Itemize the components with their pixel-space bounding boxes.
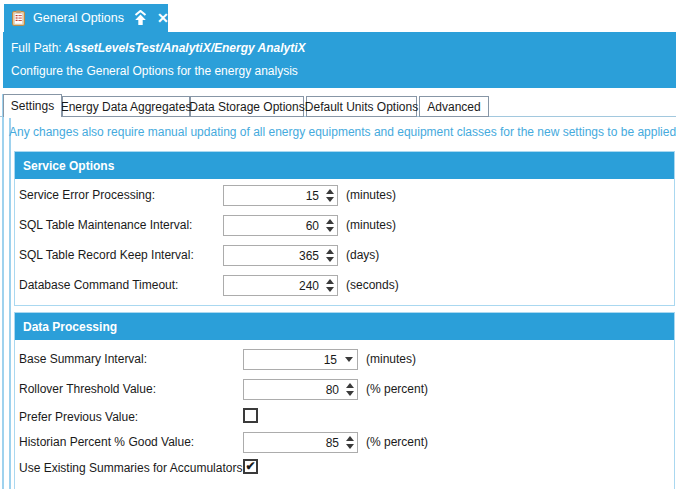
header-banner: Full Path: AssetLevelsTest/AnalytiX/Ener… bbox=[3, 32, 676, 88]
tab-settings[interactable]: Settings bbox=[3, 94, 62, 117]
sql-table-record-keep-interval-input[interactable] bbox=[223, 245, 338, 266]
clipboard-icon bbox=[12, 10, 25, 26]
spinner-down-icon[interactable] bbox=[326, 287, 334, 292]
tab-energy-data-aggregates[interactable]: Energy Data Aggregates bbox=[62, 96, 190, 117]
sql-table-record-keep-interval-value[interactable] bbox=[224, 246, 323, 265]
screen-description: Configure the General Options for the en… bbox=[11, 64, 676, 78]
use-existing-summaries-label: Use Existing Summaries for Accumulators: bbox=[19, 461, 246, 475]
rollover-threshold-value[interactable] bbox=[244, 380, 343, 399]
spinner-up-icon[interactable] bbox=[346, 383, 354, 388]
service-options-group: Service Options Service Error Processing… bbox=[14, 151, 675, 306]
spinner-down-icon[interactable] bbox=[326, 197, 334, 202]
historian-percent-good-value-input[interactable] bbox=[243, 432, 358, 453]
general-options-screen: General Options ✕ Full Path: AssetLevels… bbox=[0, 0, 676, 489]
base-summary-interval-dropdown[interactable] bbox=[243, 349, 358, 370]
left-rail-inner bbox=[9, 118, 11, 489]
unit-label: (seconds) bbox=[346, 275, 399, 296]
full-path-line: Full Path: AssetLevelsTest/AnalytiX/Ener… bbox=[11, 41, 676, 55]
settings-warning-text: Any changes also require manual updating… bbox=[9, 125, 676, 139]
spinner-up-icon[interactable] bbox=[326, 189, 334, 194]
tab-advanced[interactable]: Advanced bbox=[419, 96, 489, 117]
close-icon[interactable]: ✕ bbox=[157, 11, 169, 25]
data-processing-header: Data Processing bbox=[15, 313, 674, 340]
service-error-processing-value[interactable] bbox=[224, 186, 323, 205]
spinner-icon[interactable] bbox=[343, 433, 357, 452]
database-command-timeout-input[interactable] bbox=[223, 275, 338, 296]
spinner-down-icon[interactable] bbox=[346, 444, 354, 449]
unit-label: (days) bbox=[346, 245, 379, 266]
spinner-up-icon[interactable] bbox=[326, 219, 334, 224]
spinner-up-icon[interactable] bbox=[346, 436, 354, 441]
spinner-icon[interactable] bbox=[343, 380, 357, 399]
unit-label: (minutes) bbox=[366, 349, 416, 370]
unit-label: (% percent) bbox=[366, 432, 428, 453]
service-error-processing-label: Service Error Processing: bbox=[19, 185, 155, 206]
chevron-down-icon[interactable] bbox=[341, 350, 357, 369]
spinner-up-icon[interactable] bbox=[326, 249, 334, 254]
spinner-down-icon[interactable] bbox=[346, 391, 354, 396]
data-processing-group: Data Processing Base Summary Interval: (… bbox=[14, 312, 675, 489]
promote-up-icon[interactable] bbox=[132, 10, 149, 26]
sql-table-maintenance-interval-label: SQL Table Maintenance Interval: bbox=[19, 215, 192, 236]
sql-table-maintenance-interval-input[interactable] bbox=[223, 215, 338, 236]
spinner-icon[interactable] bbox=[323, 276, 337, 295]
sql-table-record-keep-interval-label: SQL Table Record Keep Interval: bbox=[19, 245, 194, 266]
unit-label: (% percent) bbox=[366, 379, 428, 400]
historian-percent-good-value-label: Historian Percent % Good Value: bbox=[19, 432, 194, 453]
use-existing-summaries-checkbox[interactable]: ✔ bbox=[243, 459, 258, 474]
base-summary-interval-value[interactable] bbox=[244, 350, 341, 369]
database-command-timeout-label: Database Command Timeout: bbox=[19, 275, 178, 296]
service-options-header: Service Options bbox=[15, 152, 674, 179]
database-command-timeout-value[interactable] bbox=[224, 276, 323, 295]
spinner-up-icon[interactable] bbox=[326, 279, 334, 284]
document-tab-title: General Options bbox=[33, 11, 124, 25]
prefer-previous-value-checkbox[interactable]: ✔ bbox=[243, 408, 258, 423]
left-rail-outer bbox=[2, 94, 4, 489]
service-error-processing-input[interactable] bbox=[223, 185, 338, 206]
spinner-icon[interactable] bbox=[323, 216, 337, 235]
prefer-previous-value-label: Prefer Previous Value: bbox=[19, 410, 138, 424]
unit-label: (minutes) bbox=[346, 215, 396, 236]
tab-default-units-options[interactable]: Default Units Options bbox=[306, 96, 417, 117]
tab-data-storage-options[interactable]: Data Storage Options bbox=[190, 96, 304, 117]
spinner-down-icon[interactable] bbox=[326, 257, 334, 262]
base-summary-interval-label: Base Summary Interval: bbox=[19, 349, 147, 370]
sql-table-maintenance-interval-value[interactable] bbox=[224, 216, 323, 235]
spinner-icon[interactable] bbox=[323, 246, 337, 265]
full-path-value: AssetLevelsTest/AnalytiX/Energy AnalytiX bbox=[65, 41, 306, 55]
document-tab-general-options[interactable]: General Options ✕ bbox=[4, 4, 168, 32]
historian-percent-good-value[interactable] bbox=[244, 433, 343, 452]
spinner-down-icon[interactable] bbox=[326, 227, 334, 232]
full-path-label: Full Path: bbox=[11, 41, 62, 55]
unit-label: (minutes) bbox=[346, 185, 396, 206]
check-icon: ✔ bbox=[245, 460, 255, 472]
rollover-threshold-value-label: Rollover Threshold Value: bbox=[19, 379, 156, 400]
rollover-threshold-value-input[interactable] bbox=[243, 379, 358, 400]
spinner-icon[interactable] bbox=[323, 186, 337, 205]
